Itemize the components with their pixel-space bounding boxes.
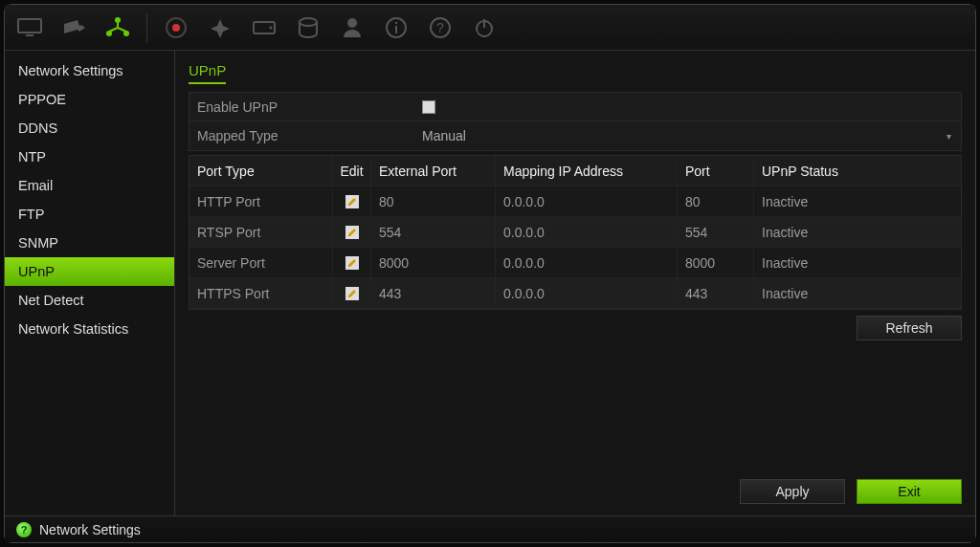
mapped-type-label: Mapped Type xyxy=(189,128,414,143)
hdd-icon[interactable] xyxy=(291,11,325,45)
sidebar-item-network-settings[interactable]: Network Settings xyxy=(5,56,174,85)
edit-icon[interactable] xyxy=(345,225,360,240)
table-header-row: Port Type Edit External Port Mapping IP … xyxy=(189,156,961,186)
table-row[interactable]: RTSP Port5540.0.0.0554Inactive xyxy=(189,217,961,248)
cell-status: Inactive xyxy=(754,217,961,247)
sidebar-item-ftp[interactable]: FTP xyxy=(5,200,174,229)
col-edit: Edit xyxy=(333,156,371,186)
content-panel: UPnP Enable UPnP Mapped Type Manual ▾ xyxy=(175,51,975,515)
sidebar-item-snmp[interactable]: SNMP xyxy=(5,229,174,257)
sidebar-item-ntp[interactable]: NTP xyxy=(5,142,174,171)
svg-point-9 xyxy=(300,18,317,26)
svg-rect-1 xyxy=(26,34,33,36)
top-toolbar: ? xyxy=(5,5,975,51)
info-icon[interactable] xyxy=(379,11,413,45)
footer-bar: ? Network Settings xyxy=(5,515,975,542)
col-port-type: Port Type xyxy=(189,156,333,186)
sidebar-item-network-statistics[interactable]: Network Statistics xyxy=(5,315,174,343)
sidebar-item-net-detect[interactable]: Net Detect xyxy=(5,286,174,315)
port-table: Port Type Edit External Port Mapping IP … xyxy=(189,155,962,310)
cell-edit xyxy=(333,217,371,247)
cell-external-port: 443 xyxy=(371,278,496,308)
svg-rect-17 xyxy=(483,19,485,28)
cell-mapping-ip: 0.0.0.0 xyxy=(496,186,678,216)
col-status: UPnP Status xyxy=(754,156,961,186)
cell-port: 443 xyxy=(678,278,754,308)
record-icon[interactable] xyxy=(159,11,193,45)
svg-rect-12 xyxy=(395,26,397,33)
cell-port-type: HTTP Port xyxy=(189,186,333,216)
form-panel: Enable UPnP Mapped Type Manual ▾ xyxy=(189,92,962,151)
col-mapping-ip: Mapping IP Address xyxy=(496,156,678,186)
cell-mapping-ip: 0.0.0.0 xyxy=(496,278,678,308)
cell-edit xyxy=(333,278,371,308)
exit-button[interactable]: Exit xyxy=(857,479,962,504)
monitor-icon[interactable] xyxy=(12,11,47,45)
drive-icon[interactable] xyxy=(247,11,281,45)
cell-edit xyxy=(333,186,371,216)
user-icon[interactable] xyxy=(335,11,369,45)
table-row[interactable]: HTTP Port800.0.0.080Inactive xyxy=(189,186,961,217)
power-icon[interactable] xyxy=(467,11,501,45)
cell-status: Inactive xyxy=(754,186,961,216)
cell-port: 554 xyxy=(678,217,754,247)
cell-port-type: Server Port xyxy=(189,248,333,277)
chevron-down-icon: ▾ xyxy=(947,131,951,142)
edit-icon[interactable] xyxy=(345,194,360,209)
enable-upnp-label: Enable UPnP xyxy=(189,99,414,115)
footer-label: Network Settings xyxy=(39,522,141,537)
cell-external-port: 80 xyxy=(371,186,496,216)
svg-text:?: ? xyxy=(436,20,444,35)
svg-point-6 xyxy=(172,24,180,32)
svg-rect-13 xyxy=(395,22,397,24)
help-icon[interactable]: ? xyxy=(16,522,32,537)
cell-mapping-ip: 0.0.0.0 xyxy=(496,248,678,277)
svg-point-8 xyxy=(270,26,273,29)
sidebar-item-upnp[interactable]: UPnP xyxy=(5,257,174,286)
cell-status: Inactive xyxy=(754,278,961,308)
svg-point-2 xyxy=(115,17,121,23)
cell-port: 80 xyxy=(678,186,754,216)
svg-point-10 xyxy=(347,18,357,28)
page-title: UPnP xyxy=(189,60,226,84)
network-icon[interactable] xyxy=(100,11,135,45)
mapped-type-row: Mapped Type Manual ▾ xyxy=(189,121,961,150)
edit-icon[interactable] xyxy=(345,286,360,301)
cell-external-port: 8000 xyxy=(371,248,496,277)
sidebar-item-ddns[interactable]: DDNS xyxy=(5,114,174,142)
sidebar-item-pppoe[interactable]: PPPOE xyxy=(5,85,174,114)
alarm-icon[interactable] xyxy=(203,11,237,45)
cell-port-type: HTTPS Port xyxy=(189,278,333,308)
table-row[interactable]: Server Port80000.0.0.08000Inactive xyxy=(189,248,961,278)
cell-port: 8000 xyxy=(678,248,754,277)
edit-icon[interactable] xyxy=(345,255,360,271)
apply-button[interactable]: Apply xyxy=(740,479,845,504)
toolbar-separator xyxy=(146,13,147,42)
refresh-button[interactable]: Refresh xyxy=(857,316,962,340)
col-external-port: External Port xyxy=(371,156,496,186)
mapped-type-value: Manual xyxy=(422,128,466,143)
camera-icon[interactable] xyxy=(56,11,91,45)
table-row[interactable]: HTTPS Port4430.0.0.0443Inactive xyxy=(189,278,961,309)
svg-rect-0 xyxy=(18,19,41,33)
help-icon[interactable]: ? xyxy=(423,11,457,45)
cell-status: Inactive xyxy=(754,248,961,277)
enable-upnp-checkbox[interactable] xyxy=(422,100,435,114)
cell-external-port: 554 xyxy=(371,217,496,247)
cell-edit xyxy=(333,248,371,277)
mapped-type-select[interactable]: Manual ▾ xyxy=(414,128,961,143)
cell-mapping-ip: 0.0.0.0 xyxy=(496,217,678,247)
sidebar-item-email[interactable]: Email xyxy=(5,171,174,200)
enable-upnp-control xyxy=(414,100,961,114)
sidebar: Network SettingsPPPOEDDNSNTPEmailFTPSNMP… xyxy=(5,51,175,515)
enable-row: Enable UPnP xyxy=(189,93,961,121)
col-port: Port xyxy=(678,156,754,186)
cell-port-type: RTSP Port xyxy=(189,217,333,247)
